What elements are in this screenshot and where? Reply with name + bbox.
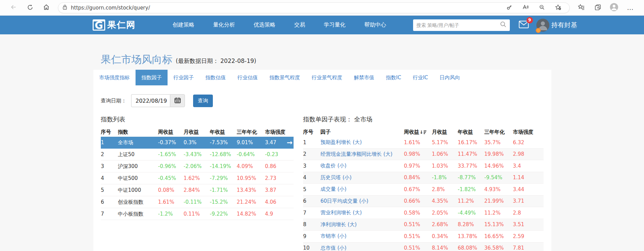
col-header[interactable]: 市场强度: [265, 129, 287, 135]
three-year-return: 10.95%: [237, 175, 265, 181]
index-row[interactable]: 5 中证1000 0.08% 2.84% -1.71% 13.43% 3.87 …: [101, 184, 294, 196]
factor-link[interactable]: 市销率 (小): [320, 233, 404, 239]
year-return: -14.19%: [210, 163, 237, 169]
profile-icon: [610, 3, 618, 13]
nav-item[interactable]: 帮助中心: [364, 21, 386, 29]
tab[interactable]: 行业因子: [168, 70, 200, 85]
factor-link[interactable]: 营业利润增长 (大): [320, 210, 404, 216]
three-year-return: 4.09%: [237, 163, 265, 169]
tab[interactable]: 行业景气程度: [306, 70, 348, 85]
index-name: 创业板指数: [118, 199, 158, 205]
messages-button[interactable]: 9: [519, 20, 529, 30]
market-strength: 4.9: [265, 211, 287, 217]
home-button[interactable]: [41, 2, 52, 14]
col-header[interactable]: 年收益: [210, 129, 237, 135]
refresh-button[interactable]: [24, 2, 36, 14]
read-aloud-button[interactable]: [521, 3, 530, 13]
three-year-return: 15.13%: [484, 221, 513, 228]
factor-link[interactable]: 经营现金流量净额同比增长 (大): [320, 151, 404, 157]
index-row[interactable]: 1 全市场 -0.37% 0.3% -7.53% 9.01% 3.47 →: [101, 137, 294, 149]
tab[interactable]: 指数因子: [136, 70, 168, 85]
col-header[interactable]: 三年年化: [484, 129, 513, 135]
collections-button[interactable]: [592, 2, 603, 14]
username[interactable]: 持有封基: [551, 21, 577, 30]
factor-link[interactable]: 净利润增长 (大): [320, 221, 404, 228]
index-row[interactable]: 3 沪深300 -0.96% -2.06% -14.19% 4.09% 0.86…: [101, 161, 294, 172]
index-row[interactable]: 7 中小板指数 -1.2% 0.11% -9.22% 14.82% 4.9 →: [101, 208, 294, 220]
favorites-button[interactable]: [576, 2, 587, 14]
col-header: 指数: [118, 129, 158, 135]
three-year-return: 19.98%: [484, 151, 513, 157]
col-header[interactable]: 年收益: [458, 129, 484, 135]
month-return: -1.8%: [432, 174, 458, 181]
factor-row: 5 成交量 (小) 0.67% 2.8% -1.82% 4.93% 3.44: [303, 184, 544, 196]
factor-link[interactable]: 总市值 (小): [320, 245, 404, 251]
row-number: 5: [303, 186, 320, 193]
address-bar[interactable]: https://guorn.com/stock/query/: [58, 2, 570, 13]
nav-item[interactable]: 交易: [294, 21, 305, 29]
factor-table-body: 1 预期盈利增长 (大) 1.61% 5.17% 16.17% 35.7% 6.…: [303, 137, 544, 251]
col-header-sorted[interactable]: 周收益↓: [404, 129, 432, 135]
password-button[interactable]: [504, 3, 514, 13]
market-strength: 3.4: [513, 163, 542, 169]
row-number: 5: [101, 187, 118, 193]
factor-link[interactable]: 60日平均成交量 (小): [320, 198, 404, 204]
week-return: 0.58%: [404, 210, 432, 216]
date-input[interactable]: [131, 94, 170, 107]
index-table: 指数列表 序号 指数 周收益 月收益 年收益 三年年化 市场强度: [101, 115, 294, 251]
calendar-button[interactable]: [170, 94, 185, 107]
col-header[interactable]: 三年年化: [237, 129, 265, 135]
index-row[interactable]: 4 中证500 -0.45% 1.62% -7.29% 10.95% 2.73 …: [101, 172, 294, 184]
col-header[interactable]: 市场强度: [513, 129, 542, 135]
site-logo[interactable]: G 果仁网: [93, 19, 136, 31]
tab[interactable]: 指数景气程度: [264, 70, 306, 85]
factor-row: 4 历史贝塔 (小) 0.84% -1.8% -8.77% -9.54% 1.1…: [303, 172, 544, 184]
query-button[interactable]: 查询: [193, 95, 213, 107]
tab[interactable]: 市场强度指标: [93, 70, 136, 85]
browser-profile-button[interactable]: [608, 2, 620, 14]
zoom-out-button[interactable]: [537, 3, 547, 13]
week-return: -0.45%: [158, 175, 184, 181]
url-text[interactable]: https://guorn.com/stock/query/: [71, 5, 502, 11]
market-strength: 6.32: [513, 139, 542, 146]
col-header[interactable]: 月收益: [184, 129, 210, 135]
nav-item[interactable]: 创建策略: [173, 21, 194, 29]
tab[interactable]: 行业IC: [407, 70, 434, 85]
month-return: 4.35%: [432, 198, 458, 204]
nav-item[interactable]: 学习量化: [324, 21, 346, 29]
tab[interactable]: 行业估值: [232, 70, 264, 85]
index-row[interactable]: 2 上证50 -1.65% -3.43% -12.68% -0.64% -0.2…: [101, 149, 294, 161]
col-header[interactable]: 月收益: [432, 129, 458, 135]
col-header[interactable]: 周收益: [158, 129, 184, 135]
market-strength: -0.23: [265, 151, 287, 157]
factor-link[interactable]: 历史贝塔 (小): [320, 174, 404, 181]
row-number: 2: [101, 151, 118, 157]
factor-row: 10 总市值 (小) 0.51% 8.14% 68.08% 36.58% 7.8…: [303, 242, 544, 251]
tab[interactable]: 解禁市值: [348, 70, 380, 85]
row-number: 9: [303, 233, 320, 239]
year-return: -8.77%: [458, 174, 484, 181]
add-favorite-button[interactable]: [553, 3, 563, 13]
index-row[interactable]: 6 创业板指数 1.61% -0.11% -15.2% 21.24% 4.06 …: [101, 196, 294, 208]
week-return: -1.65%: [158, 151, 184, 157]
factor-link[interactable]: 收盘价 (小): [320, 163, 404, 169]
user-avatar[interactable]: [536, 19, 549, 32]
tab[interactable]: 指数IC: [380, 70, 407, 85]
browser-menu-button[interactable]: …: [625, 2, 636, 14]
year-return: -1.82%: [458, 186, 484, 193]
factor-link[interactable]: 成交量 (小): [320, 186, 404, 193]
row-number: 4: [303, 174, 320, 181]
nav-item[interactable]: 量化分析: [213, 21, 235, 29]
month-return: 0.11%: [184, 211, 210, 217]
month-return: 2.68%: [432, 221, 458, 228]
year-return: 68.08%: [458, 245, 484, 251]
search-input[interactable]: [417, 22, 500, 28]
nav-item[interactable]: 优选策略: [254, 21, 276, 29]
tab[interactable]: 日内风向: [434, 70, 466, 85]
search-icon[interactable]: [500, 21, 506, 29]
year-return: -12.68%: [210, 151, 237, 157]
factor-link[interactable]: 预期盈利增长 (大): [320, 139, 404, 146]
col-header: 序号: [101, 129, 118, 135]
tab[interactable]: 指数估值: [200, 70, 232, 85]
back-button[interactable]: [8, 2, 19, 14]
